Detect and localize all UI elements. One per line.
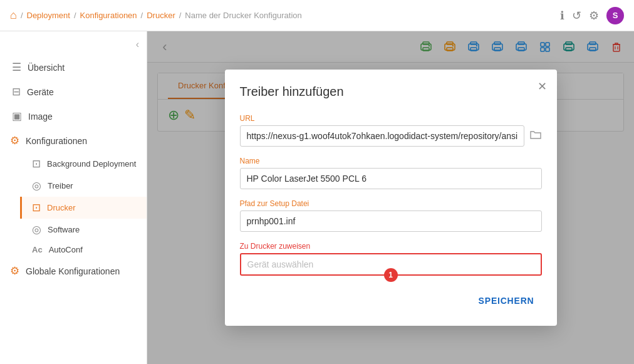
software-icon: ◎: [32, 223, 41, 236]
assign-field-group: Zu Drucker zuweisen 1: [240, 242, 542, 276]
save-button[interactable]: SPEICHERN: [471, 291, 542, 311]
setup-input[interactable]: [240, 211, 542, 232]
globale-icon: ⚙: [10, 264, 19, 278]
image-icon: ▣: [12, 110, 22, 123]
collapse-button[interactable]: ‹: [136, 39, 139, 50]
info-icon[interactable]: ℹ: [560, 9, 564, 23]
sidebar-item-treiber[interactable]: ◎ Treiber: [20, 175, 147, 197]
name-input[interactable]: [240, 168, 542, 189]
header-actions: ℹ ↺ ⚙ S: [560, 7, 624, 24]
setup-field-group: Pfad zur Setup Datei: [240, 199, 542, 232]
sidebar-item-label: Software: [48, 225, 80, 234]
badge-1: 1: [384, 268, 398, 282]
setup-label: Pfad zur Setup Datei: [240, 199, 542, 208]
assign-label: Zu Drucker zuweisen: [240, 242, 542, 251]
sidebar-item-label: Übersicht: [28, 63, 65, 73]
sidebar-item-software[interactable]: ◎ Software: [20, 219, 147, 241]
sidebar-item-label: Konfigurationen: [26, 136, 87, 146]
url-input[interactable]: [240, 125, 524, 147]
autoconf-icon: Ac: [32, 245, 43, 254]
sidebar-collapse: ‹: [0, 36, 147, 55]
sidebar-section-konfigurationen[interactable]: ⚙ Konfigurationen: [0, 128, 147, 153]
sidebar-item-ubersicht[interactable]: ☰ Übersicht: [0, 55, 147, 80]
layout: ‹ ☰ Übersicht ⊟ Geräte ▣ Image ⚙ Konfigu…: [0, 31, 634, 364]
folder-icon[interactable]: [529, 128, 542, 144]
breadcrumb-drucker[interactable]: Drucker: [147, 11, 175, 20]
breadcrumb-konfigurationen[interactable]: Konfigurationen: [80, 11, 137, 20]
sidebar-item-label: Globale Konfigurationen: [26, 266, 120, 276]
dialog-close-button[interactable]: ✕: [538, 80, 547, 93]
sidebar-section-globale[interactable]: ⚙ Globale Konfigurationen: [0, 259, 147, 283]
sidebar-item-label: Geräte: [27, 87, 54, 97]
sidebar-item-image[interactable]: ▣ Image: [0, 104, 147, 128]
url-field-row: [240, 125, 542, 147]
avatar[interactable]: S: [606, 7, 624, 24]
sidebar-item-label: Drucker: [47, 203, 76, 212]
home-icon[interactable]: ⌂: [10, 9, 17, 22]
header: ⌂ / Deployment / Konfigurationen / Druck…: [0, 0, 634, 31]
dialog-title: Treiber hinzufügen: [240, 85, 542, 99]
settings-icon[interactable]: ⚙: [589, 9, 599, 23]
dialog-footer: SPEICHERN: [240, 291, 542, 311]
background-deployment-icon: ⊡: [32, 157, 41, 170]
name-field-group: Name: [240, 157, 542, 189]
refresh-icon[interactable]: ↺: [572, 9, 581, 23]
url-field-group: URL: [240, 114, 542, 147]
sidebar-item-label: Treiber: [48, 181, 73, 190]
breadcrumb-current: Name der Drucker Konfiguration: [185, 11, 301, 20]
sidebar-item-drucker[interactable]: ⊡ Drucker: [20, 197, 147, 219]
url-label: URL: [240, 114, 542, 123]
sidebar-item-label: AutoConf: [49, 245, 83, 254]
dialog-overlay: ✕ Treiber hinzufügen URL Name: [147, 31, 634, 364]
sidebar-item-gerate[interactable]: ⊟ Geräte: [0, 80, 147, 104]
sidebar-item-background-deployment[interactable]: ⊡ Background Deployment: [20, 153, 147, 175]
gerate-icon: ⊟: [12, 85, 21, 98]
drucker-icon: ⊡: [32, 201, 41, 214]
dialog: ✕ Treiber hinzufügen URL Name: [225, 70, 557, 326]
sidebar-item-label: Background Deployment: [47, 159, 136, 169]
konfigurationen-icon: ⚙: [10, 134, 19, 147]
breadcrumb-deployment[interactable]: Deployment: [27, 11, 70, 20]
main: ‹: [147, 31, 634, 364]
treiber-icon: ◎: [32, 179, 41, 192]
sidebar-item-label: Image: [28, 112, 53, 122]
sidebar: ‹ ☰ Übersicht ⊟ Geräte ▣ Image ⚙ Konfigu…: [0, 31, 147, 364]
name-label: Name: [240, 157, 542, 165]
sidebar-sub-group: ⊡ Background Deployment ◎ Treiber ⊡ Druc…: [0, 153, 147, 259]
breadcrumb: ⌂ / Deployment / Konfigurationen / Druck…: [10, 9, 302, 22]
ubersicht-icon: ☰: [12, 61, 21, 74]
sidebar-item-autoconf[interactable]: Ac AutoConf: [20, 241, 147, 259]
device-select-wrapper: 1: [240, 253, 542, 276]
